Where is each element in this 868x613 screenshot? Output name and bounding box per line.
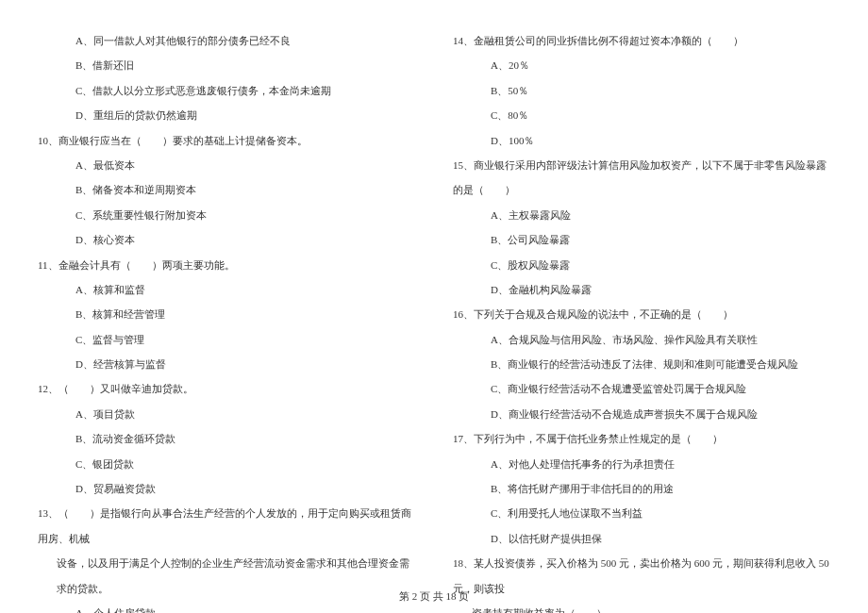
q17-text: 17、下列行为中，不属于信托业务禁止性规定的是（ ） bbox=[453, 426, 830, 451]
q11-text: 11、金融会计具有（ ）两项主要功能。 bbox=[38, 253, 415, 277]
q16-option-a: A、合规风险与信用风险、市场风险、操作风险具有关联性 bbox=[453, 327, 830, 352]
q9-option-d: D、重组后的贷款仍然逾期 bbox=[38, 103, 415, 127]
q14-option-a: A、20％ bbox=[453, 53, 830, 77]
right-column: 14、金融租赁公司的同业拆借比例不得超过资本净额的（ ） A、20％ B、50％… bbox=[453, 28, 830, 613]
q12-option-a: A、项目贷款 bbox=[38, 402, 415, 426]
q17-option-d: D、以信托财产提供担保 bbox=[453, 526, 830, 551]
q15-text: 15、商业银行采用内部评级法计算信用风险加权资产，以下不属于非零售风险暴露的是（… bbox=[453, 153, 830, 203]
q10-text: 10、商业银行应当在（ ）要求的基础上计提储备资本。 bbox=[38, 128, 415, 153]
q10-option-b: B、储备资本和逆周期资本 bbox=[38, 177, 415, 202]
q12-option-b: B、流动资金循环贷款 bbox=[38, 426, 415, 451]
q11-option-c: C、监督与管理 bbox=[38, 327, 415, 352]
q12-option-c: C、银团贷款 bbox=[38, 452, 415, 476]
q12-text: 12、（ ）又叫做辛迪加贷款。 bbox=[38, 376, 415, 401]
q15-option-a: A、主权暴露风险 bbox=[453, 203, 830, 227]
q15-option-c: C、股权风险暴露 bbox=[453, 253, 830, 277]
q16-option-d: D、商业银行经营活动不合规造成声誉损失不属于合规风险 bbox=[453, 402, 830, 426]
q14-text: 14、金融租赁公司的同业拆借比例不得超过资本净额的（ ） bbox=[453, 28, 830, 53]
q16-text: 16、下列关于合规及合规风险的说法中，不正确的是（ ） bbox=[453, 302, 830, 326]
q15-option-b: B、公司风险暴露 bbox=[453, 227, 830, 252]
q14-option-b: B、50％ bbox=[453, 78, 830, 103]
q9-option-b: B、借新还旧 bbox=[38, 53, 415, 77]
q9-option-a: A、同一借款人对其他银行的部分债务已经不良 bbox=[38, 28, 415, 53]
q17-option-c: C、利用受托人地位谋取不当利益 bbox=[453, 501, 830, 525]
page-footer: 第 2 页 共 18 页 bbox=[0, 589, 868, 604]
q10-option-a: A、最低资本 bbox=[38, 153, 415, 177]
q17-option-a: A、对他人处理信托事务的行为承担责任 bbox=[453, 452, 830, 476]
q11-option-b: B、核算和经营管理 bbox=[38, 302, 415, 326]
q17-option-b: B、将信托财产挪用于非信托目的的用途 bbox=[453, 476, 830, 501]
q14-option-d: D、100％ bbox=[453, 128, 830, 153]
q11-option-a: A、核算和监督 bbox=[38, 277, 415, 302]
q10-option-d: D、核心资本 bbox=[38, 227, 415, 252]
q15-option-d: D、金融机构风险暴露 bbox=[453, 277, 830, 302]
q10-option-c: C、系统重要性银行附加资本 bbox=[38, 203, 415, 227]
q12-option-d: D、贸易融资贷款 bbox=[38, 476, 415, 501]
q16-option-c: C、商业银行经营活动不合规遭受监管处罚属于合规风险 bbox=[453, 376, 830, 401]
q14-option-c: C、80％ bbox=[453, 103, 830, 127]
q9-option-c: C、借款人以分立形式恶意逃废银行债务，本金尚未逾期 bbox=[38, 78, 415, 103]
left-column: A、同一借款人对其他银行的部分债务已经不良 B、借新还旧 C、借款人以分立形式恶… bbox=[38, 28, 415, 613]
q11-option-d: D、经营核算与监督 bbox=[38, 352, 415, 376]
q13-text: 13、（ ）是指银行向从事合法生产经营的个人发放的，用于定向购买或租赁商用房、机… bbox=[38, 501, 415, 551]
q16-option-b: B、商业银行的经营活动违反了法律、规则和准则可能遭受合规风险 bbox=[453, 352, 830, 376]
